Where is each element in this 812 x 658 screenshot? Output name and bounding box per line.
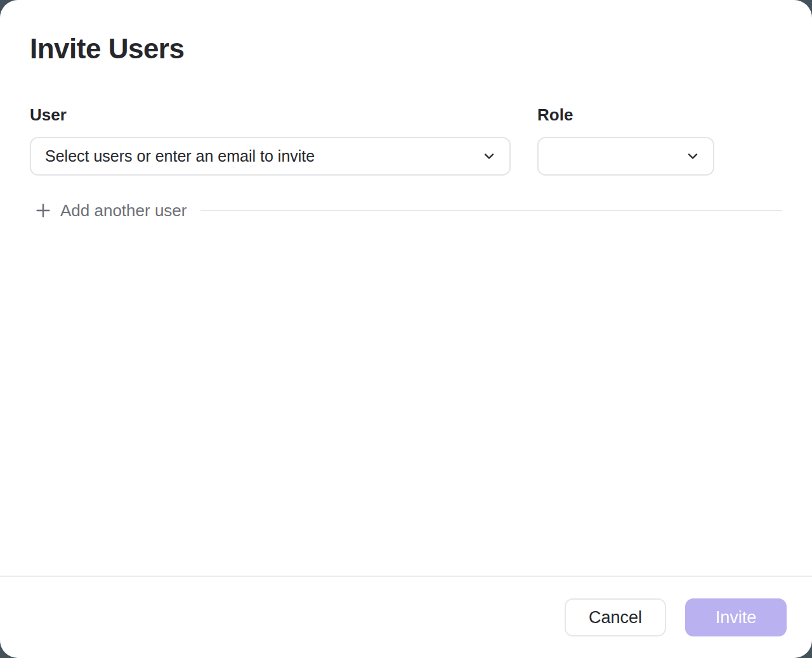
chevron-down-icon: [685, 148, 700, 164]
add-another-user-button[interactable]: Add another user: [30, 198, 187, 223]
chevron-down-icon: [481, 148, 497, 164]
user-label: User: [30, 105, 511, 125]
role-field-group: Role: [537, 105, 714, 176]
user-select[interactable]: Select users or enter an email to invite: [30, 137, 511, 176]
add-row-divider: [200, 210, 782, 211]
dialog-footer: Cancel Invite: [0, 576, 812, 658]
dialog-title: Invite Users: [30, 33, 782, 65]
role-label: Role: [537, 105, 714, 125]
role-select[interactable]: [537, 137, 714, 176]
add-another-user-label: Add another user: [60, 198, 187, 223]
invite-users-dialog: Invite Users User Select users or enter …: [0, 0, 812, 658]
user-select-placeholder: Select users or enter an email to invite: [45, 147, 315, 165]
invite-button[interactable]: Invite: [685, 598, 787, 636]
user-field-group: User Select users or enter an email to i…: [30, 105, 511, 176]
add-another-user-row: Add another user: [30, 198, 782, 223]
plus-icon: [34, 201, 53, 220]
dialog-body: Invite Users User Select users or enter …: [0, 0, 812, 576]
invite-form-row: User Select users or enter an email to i…: [30, 105, 782, 176]
cancel-button[interactable]: Cancel: [565, 598, 666, 636]
